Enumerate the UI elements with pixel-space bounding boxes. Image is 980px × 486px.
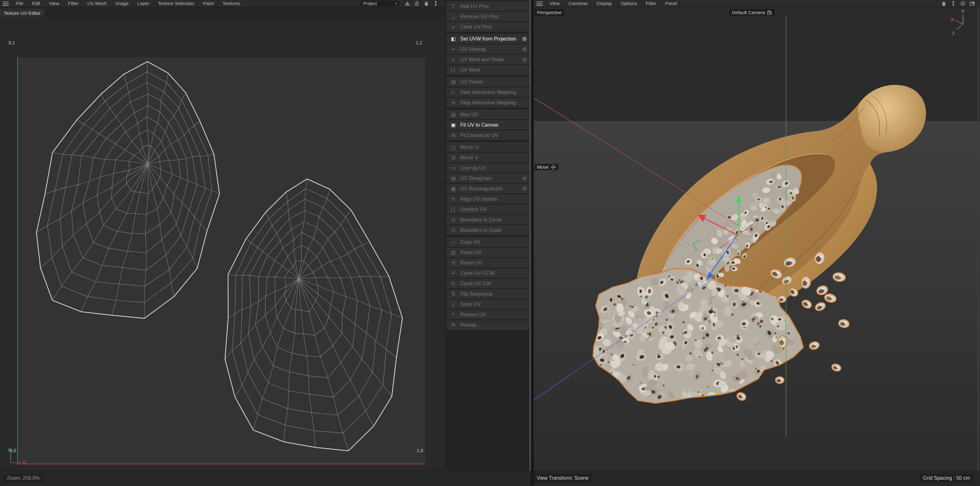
command-set-uvw-from-projection[interactable]: ◧Set UVW from Projection⚙ — [447, 34, 529, 44]
remap-icon: ⚒ — [447, 322, 460, 328]
viewport-menu-item-filter[interactable]: Filter — [641, 0, 660, 7]
restore-icon: ↑ — [447, 312, 460, 318]
command-uv-unwrap[interactable]: ≈UV Unwrap⚙ — [447, 44, 529, 54]
fit-uv-icon: ▣ — [447, 122, 460, 128]
viewport-menu-item-options[interactable]: Options — [616, 0, 641, 7]
menu-item-edit[interactable]: Edit — [28, 0, 45, 7]
command-fit-canvas-to-uv[interactable]: ⊞Fit Canvas to UV — [447, 130, 529, 140]
command-reset-uv[interactable]: ↺Reset UV — [447, 258, 529, 268]
gear-icon[interactable]: ⚙ — [520, 175, 529, 181]
camera-label: Default Camera — [732, 10, 765, 15]
line-up-icon: ▭ — [447, 165, 460, 171]
lock-open-icon[interactable] — [413, 0, 421, 6]
menu-item-layer[interactable]: Layer — [133, 0, 154, 7]
command-uv-straighten[interactable]: ▤UV Straighten⚙ — [447, 173, 529, 183]
play-icon: ▷ — [447, 89, 460, 95]
command-uv-weld[interactable]: [{UV Weld — [447, 65, 529, 75]
command-label: UV Peeler — [460, 79, 529, 85]
reset-icon: ↺ — [447, 260, 460, 266]
max-uv-icon: ▧ — [447, 111, 460, 118]
grid-spacing-status: Grid Spacing : 50 cm — [920, 474, 973, 482]
menu-item-textures[interactable]: Textures — [218, 0, 245, 7]
command-label: Start Interactive Mapping — [460, 89, 529, 95]
uv-corner-label-10: 1,0 — [417, 448, 423, 453]
menu-item-file[interactable]: File — [11, 0, 28, 7]
command-max-uv[interactable]: ▧Max UV — [447, 110, 529, 119]
menu-item-filter[interactable]: Filter — [64, 0, 83, 7]
command-store-uv[interactable]: ↓Store UV — [447, 299, 529, 309]
dolly-icon[interactable] — [432, 0, 439, 6]
pan-hand-icon[interactable] — [423, 0, 430, 6]
command-copy-uv[interactable]: ▱Copy UV — [447, 237, 529, 247]
dolly-icon[interactable] — [950, 0, 957, 6]
move-tool-chip[interactable]: Move — [535, 164, 558, 170]
histogram-icon[interactable] — [404, 0, 411, 6]
weld-icon: [{ — [447, 67, 460, 73]
pin-add-icon: ⊤ — [447, 3, 460, 9]
maximize-icon[interactable] — [968, 0, 976, 6]
project-dropdown[interactable]: Project ▾ — [361, 1, 399, 6]
gear-icon[interactable]: ⚙ — [520, 46, 529, 52]
viewport-menu-item-view[interactable]: View — [545, 0, 564, 7]
mirror-u-icon: ◫ — [447, 144, 460, 150]
menu-item-texture-selection[interactable]: Texture Selection — [154, 0, 199, 7]
copy-icon: ▱ — [447, 239, 460, 245]
gear-icon[interactable]: ⚙ — [520, 186, 529, 192]
pane-splitter[interactable] — [531, 0, 534, 486]
uv-canvas[interactable] — [17, 57, 425, 464]
flip-sequence-icon: ⇅ — [447, 291, 460, 297]
command-uv-peeler[interactable]: ▤UV Peeler — [447, 77, 529, 87]
command-uv-weld-and-relax[interactable]: ∪UV Weld and Relax⚙ — [447, 55, 529, 64]
command-remove-uv-pins[interactable]: ⊥Remove UV Pins — [447, 12, 529, 21]
mirror-v-icon: ⊟ — [447, 154, 460, 160]
command-align-uv-islands[interactable]: ↻Align UV Islands — [447, 194, 529, 204]
command-clear-uv-pins[interactable]: ×Clear UV Pins — [447, 22, 529, 32]
command-start-interactive-mapping[interactable]: ▷Start Interactive Mapping — [447, 87, 529, 97]
command-label: UV Straighten — [460, 176, 520, 181]
orbit-icon[interactable] — [959, 0, 966, 6]
clear-pins-icon: × — [447, 24, 460, 30]
command-line-up-uv[interactable]: ▭Line Up UV — [447, 163, 529, 173]
command-group-6: ▱Copy UV▥Paste UV↺Reset UV↺Cycle UV CCW↻… — [447, 237, 529, 330]
gear-icon[interactable]: ⚙ — [520, 57, 529, 63]
command-cycle-uv-cw[interactable]: ↻Cycle UV CW — [447, 279, 529, 288]
command-group-1: ⊤Add UV Pins⊥Remove UV Pins×Clear UV Pin… — [447, 1, 529, 32]
command-add-uv-pins[interactable]: ⊤Add UV Pins — [447, 1, 529, 11]
command-mirror-v[interactable]: ⊟Mirror V — [447, 152, 529, 162]
viewport-menu-item-cameras[interactable]: Cameras — [564, 0, 592, 7]
viewport-menu-item-panel[interactable]: Panel — [660, 0, 681, 7]
command-boundary-to-quad[interactable]: ⊡Boundary to Quad — [447, 225, 529, 235]
command-remap[interactable]: ⚒Remap... — [447, 320, 529, 330]
tab-label: Texture UV Editor — [4, 10, 41, 16]
command-stop-interactive-mapping[interactable]: ⊘Stop Interactive Mapping — [447, 98, 529, 108]
menu-item-paint[interactable]: Paint — [199, 0, 218, 7]
pin-remove-icon: ⊥ — [447, 14, 460, 19]
menu-item-view[interactable]: View — [45, 0, 64, 7]
command-fit-uv-to-canvas[interactable]: ▣Fit UV to Canvas — [447, 120, 529, 130]
command-mirror-u[interactable]: ◫Mirror U — [447, 142, 529, 152]
command-boundary-to-circle[interactable]: ◎Boundary to Circle — [447, 215, 529, 225]
menu-item-image[interactable]: Image — [111, 0, 133, 7]
command-paste-uv[interactable]: ▥Paste UV — [447, 248, 529, 257]
pan-hand-icon[interactable] — [940, 0, 948, 6]
bodypaint-uv-window: FileEditViewFilterUV MeshImageLayerTextu… — [0, 0, 980, 486]
command-restore-uv[interactable]: ↑Restore UV — [447, 310, 529, 319]
command-uv-rectangularize[interactable]: ▦UV Rectangularize⚙ — [447, 184, 529, 194]
camera-label-chip[interactable]: Default Camera — [729, 9, 775, 16]
peeler-icon: ▤ — [447, 79, 460, 85]
command-cycle-uv-ccw[interactable]: ↺Cycle UV CCW — [447, 268, 529, 278]
command-group-5: ◫Mirror U⊟Mirror V▭Line Up UV▤UV Straigh… — [447, 142, 529, 235]
move-icon — [551, 165, 556, 170]
viewport-menu-hamburger-icon[interactable] — [536, 2, 542, 6]
command-flip-sequence[interactable]: ⇅Flip Sequence — [447, 289, 529, 299]
menu-item-uv-mesh[interactable]: UV Mesh — [83, 0, 111, 7]
menu-hamburger-icon[interactable] — [3, 2, 9, 6]
tab-texture-uv-editor[interactable]: Texture UV Editor — [0, 8, 45, 17]
viewport-menu-item-display[interactable]: Display — [592, 0, 616, 7]
gear-icon[interactable]: ⚙ — [520, 36, 529, 42]
cycle-cw-icon: ↻ — [447, 281, 460, 286]
viewport-3d[interactable]: XYZ — [534, 7, 980, 471]
projection-label-chip[interactable]: Perspective — [535, 9, 564, 16]
command-unstitch-uv[interactable]: [{Unstitch UV — [447, 205, 529, 214]
command-label: Flip Sequence — [460, 291, 529, 297]
